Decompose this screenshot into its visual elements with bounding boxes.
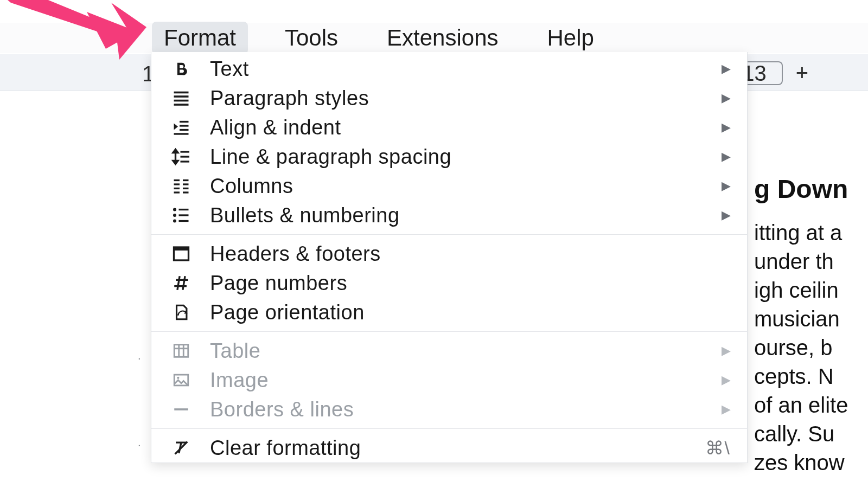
svg-rect-27 xyxy=(174,247,189,251)
doc-line: musician xyxy=(754,305,868,333)
chevron-right-icon: ▶ xyxy=(722,91,731,105)
columns-icon xyxy=(169,174,194,198)
menu-item-paragraph-styles[interactable]: Paragraph styles ▶ xyxy=(151,84,747,113)
doc-line: cepts. N xyxy=(754,362,868,391)
menu-item-label: Clear formatting xyxy=(210,436,705,460)
image-icon xyxy=(169,368,194,393)
menu-item-text[interactable]: Text ▶ xyxy=(151,54,747,84)
menu-item-label: Align & indent xyxy=(210,116,722,139)
chevron-right-icon: ▶ xyxy=(722,208,731,222)
menu-item-columns[interactable]: Columns ▶ xyxy=(151,171,747,201)
doc-line: igh ceilin xyxy=(754,276,868,305)
hash-icon xyxy=(169,271,194,296)
doc-line: itting at a xyxy=(754,219,868,247)
menu-item-table: Table ▶ xyxy=(151,336,747,365)
menu-separator xyxy=(151,428,747,429)
menu-item-label: Paragraph styles xyxy=(210,87,722,110)
keyboard-shortcut: ⌘\ xyxy=(705,437,731,459)
svg-point-20 xyxy=(173,208,176,211)
menu-item-align-indent[interactable]: Align & indent ▶ xyxy=(151,113,747,142)
horizontal-line-icon xyxy=(169,397,194,422)
menu-item-label: Image xyxy=(210,369,722,392)
headers-footers-icon xyxy=(169,241,194,266)
menu-item-borders-lines: Borders & lines ▶ xyxy=(151,395,747,424)
menu-item-page-orientation[interactable]: Page orientation xyxy=(151,298,747,327)
chevron-right-icon: ▶ xyxy=(722,150,731,164)
menu-separator xyxy=(151,331,747,332)
chevron-right-icon: ▶ xyxy=(722,373,731,387)
menu-item-bullets-numbering[interactable]: Bullets & numbering ▶ xyxy=(151,201,747,230)
svg-line-30 xyxy=(177,276,180,290)
menu-item-label: Table xyxy=(210,339,722,363)
clear-formatting-icon xyxy=(169,435,194,460)
bullets-icon xyxy=(169,203,194,228)
doc-line: cally. Su xyxy=(754,420,868,448)
chevron-right-icon: ▶ xyxy=(722,62,731,76)
font-size-increase[interactable]: + xyxy=(796,61,808,85)
menu-item-line-spacing[interactable]: Line & paragraph spacing ▶ xyxy=(151,142,747,171)
line-spacing-icon xyxy=(169,144,194,169)
menu-item-label: Columns xyxy=(210,175,722,198)
menu-separator xyxy=(151,234,747,235)
menu-item-page-numbers[interactable]: Page numbers xyxy=(151,268,747,298)
svg-point-21 xyxy=(173,214,176,217)
menu-format[interactable]: Format xyxy=(152,22,248,54)
chevron-right-icon: ▶ xyxy=(722,344,731,358)
menu-item-label: Borders & lines xyxy=(210,398,722,421)
chevron-right-icon: ▶ xyxy=(722,120,731,134)
format-dropdown: Text ▶ Paragraph styles ▶ Align & indent… xyxy=(151,52,748,463)
page-orientation-icon xyxy=(169,300,194,325)
table-icon xyxy=(169,338,194,363)
chevron-right-icon: ▶ xyxy=(722,402,731,416)
doc-line: ourse, b xyxy=(754,333,868,362)
document-body: g Down itting at a under th igh ceilin m… xyxy=(754,175,868,477)
menu-extensions[interactable]: Extensions xyxy=(375,22,510,54)
menu-item-headers-footers[interactable]: Headers & footers xyxy=(151,239,747,268)
indent-icon xyxy=(169,115,194,140)
menu-item-image: Image ▶ xyxy=(151,365,747,395)
menu-item-label: Page orientation xyxy=(210,301,731,324)
menu-item-label: Text xyxy=(210,57,722,81)
bold-icon xyxy=(169,56,194,81)
svg-line-31 xyxy=(183,276,185,290)
ruler-marks: ·· xyxy=(138,314,141,488)
menu-tools[interactable]: Tools xyxy=(273,22,350,54)
menu-help[interactable]: Help xyxy=(535,22,606,54)
svg-rect-32 xyxy=(174,345,188,357)
menu-item-label: Page numbers xyxy=(210,272,731,295)
document-title-fragment: g Down xyxy=(754,175,868,203)
doc-line: zes know xyxy=(754,448,868,477)
menu-item-label: Headers & footers xyxy=(210,242,731,266)
menu-item-clear-formatting[interactable]: Clear formatting ⌘\ xyxy=(151,433,747,463)
svg-point-22 xyxy=(173,220,176,223)
menubar: Format Tools Extensions Help xyxy=(0,23,868,53)
menu-item-label: Line & paragraph spacing xyxy=(210,145,722,169)
doc-line: of an elite xyxy=(754,391,868,420)
chevron-right-icon: ▶ xyxy=(722,179,731,193)
doc-line: under th xyxy=(754,247,868,276)
menu-item-label: Bullets & numbering xyxy=(210,204,722,227)
paragraph-lines-icon xyxy=(169,86,194,111)
svg-point-37 xyxy=(177,377,179,379)
